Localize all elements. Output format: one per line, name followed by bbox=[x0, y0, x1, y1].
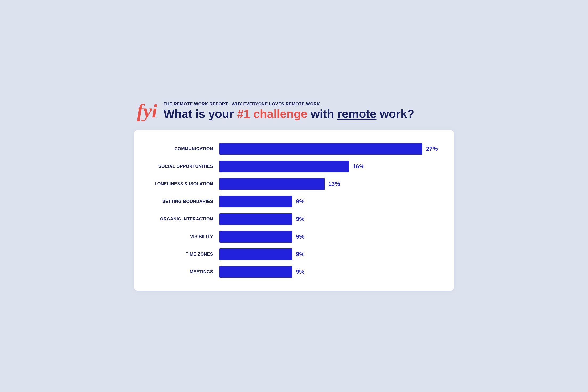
title-highlight: #1 challenge bbox=[237, 107, 307, 120]
chart-row: ORGANIC INTERACTION9% bbox=[150, 213, 438, 225]
bar-value: 27% bbox=[426, 145, 438, 152]
bar-label: TIME ZONES bbox=[150, 252, 219, 257]
subtitle-plain: THE REMOTE WORK REPORT: bbox=[164, 102, 229, 106]
bar-value: 9% bbox=[296, 233, 304, 240]
chart-row: VISIBILITY9% bbox=[150, 231, 438, 243]
page-container: fyi THE REMOTE WORK REPORT: WHY EVERYONE… bbox=[134, 101, 454, 291]
fyi-logo: fyi bbox=[137, 101, 157, 121]
bar-track: 27% bbox=[219, 143, 438, 155]
title-plain1: What is your bbox=[164, 107, 237, 120]
bar-label: LONELINESS & ISOLATION bbox=[150, 182, 219, 186]
bar-track: 9% bbox=[219, 231, 438, 243]
chart-row: SETTING BOUNDARIES9% bbox=[150, 196, 438, 207]
bar-label: ORGANIC INTERACTION bbox=[150, 217, 219, 222]
bar-track: 9% bbox=[219, 213, 438, 225]
bar-value: 9% bbox=[296, 268, 304, 275]
bar-value: 9% bbox=[296, 251, 304, 258]
bar-track: 9% bbox=[219, 248, 438, 260]
subtitle-bold: WHY EVERYONE LOVES REMOTE WORK bbox=[232, 102, 320, 106]
chart-row: LONELINESS & ISOLATION13% bbox=[150, 178, 438, 190]
bar bbox=[219, 248, 292, 260]
bar-label: SOCIAL OPPORTUNITIES bbox=[150, 164, 219, 169]
bar-value: 16% bbox=[353, 163, 364, 170]
header: fyi THE REMOTE WORK REPORT: WHY EVERYONE… bbox=[134, 101, 454, 121]
title-plain2: with bbox=[307, 107, 337, 120]
bar bbox=[219, 196, 292, 207]
bar bbox=[219, 231, 292, 243]
bar-value: 9% bbox=[296, 198, 304, 205]
chart-row: MEETINGS9% bbox=[150, 266, 438, 278]
main-title: What is your #1 challenge with remote wo… bbox=[164, 108, 414, 120]
bar-label: SETTING BOUNDARIES bbox=[150, 199, 219, 204]
chart-row: SOCIAL OPPORTUNITIES16% bbox=[150, 161, 438, 172]
chart-row: COMMUNICATION27% bbox=[150, 143, 438, 155]
chart-rows: COMMUNICATION27%SOCIAL OPPORTUNITIES16%L… bbox=[150, 143, 438, 278]
bar-track: 13% bbox=[219, 178, 438, 190]
bar-value: 13% bbox=[328, 181, 340, 187]
bar bbox=[219, 143, 422, 155]
bar bbox=[219, 178, 325, 190]
bar-track: 16% bbox=[219, 161, 438, 172]
bar bbox=[219, 266, 292, 278]
bar bbox=[219, 161, 349, 172]
header-text: THE REMOTE WORK REPORT: WHY EVERYONE LOV… bbox=[164, 102, 414, 120]
bar-value: 9% bbox=[296, 216, 304, 223]
bar bbox=[219, 213, 292, 225]
bar-label: VISIBILITY bbox=[150, 234, 219, 239]
bar-track: 9% bbox=[219, 196, 438, 207]
bar-label: COMMUNICATION bbox=[150, 146, 219, 151]
title-underline: remote bbox=[337, 107, 377, 120]
subtitle: THE REMOTE WORK REPORT: WHY EVERYONE LOV… bbox=[164, 102, 414, 107]
bar-label: MEETINGS bbox=[150, 270, 219, 274]
bar-track: 9% bbox=[219, 266, 438, 278]
title-plain3: work? bbox=[376, 107, 414, 120]
chart-card: COMMUNICATION27%SOCIAL OPPORTUNITIES16%L… bbox=[134, 130, 454, 291]
chart-row: TIME ZONES9% bbox=[150, 248, 438, 260]
